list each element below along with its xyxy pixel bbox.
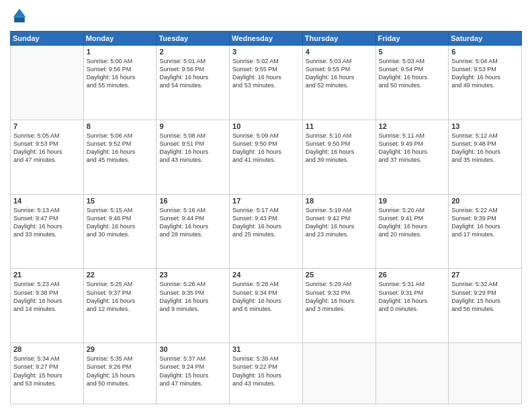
- day-detail: Sunset: 9:50 PM: [232, 140, 277, 147]
- day-detail: Daylight: 16 hours: [232, 148, 281, 155]
- day-number: 8: [87, 122, 154, 130]
- day-detail: Daylight: 16 hours: [232, 223, 281, 230]
- day-detail: and 41 minutes.: [232, 156, 275, 163]
- day-info: Sunrise: 5:03 AMSunset: 9:54 PMDaylight:…: [379, 57, 446, 90]
- day-number: 29: [87, 345, 154, 353]
- day-detail: Sunset: 9:24 PM: [159, 363, 204, 370]
- day-info: Sunrise: 5:10 AMSunset: 9:50 PMDaylight:…: [306, 132, 373, 165]
- calendar-cell: 27Sunrise: 5:32 AMSunset: 9:29 PMDayligh…: [449, 269, 522, 343]
- calendar-cell: 13Sunrise: 5:12 AMSunset: 9:48 PMDayligh…: [449, 120, 522, 194]
- day-detail: and 53 minutes.: [232, 82, 275, 89]
- day-detail: and 52 minutes.: [306, 82, 349, 89]
- page: SundayMondayTuesdayWednesdayThursdayFrid…: [0, 0, 532, 411]
- day-detail: Daylight: 16 hours: [87, 223, 136, 230]
- day-detail: Sunset: 9:54 PM: [379, 66, 424, 73]
- day-number: 18: [306, 197, 373, 205]
- day-number: 14: [13, 197, 81, 205]
- day-number: 10: [232, 122, 300, 130]
- day-detail: Sunset: 9:37 PM: [87, 289, 132, 296]
- day-detail: Sunset: 9:56 PM: [159, 66, 204, 73]
- day-number: 15: [87, 197, 154, 205]
- day-detail: Sunset: 9:48 PM: [451, 140, 496, 147]
- day-number: 3: [232, 48, 300, 56]
- day-detail: and 17 minutes.: [451, 231, 494, 238]
- day-detail: and 33 minutes.: [13, 231, 56, 238]
- day-detail: and 9 minutes.: [159, 306, 199, 312]
- day-detail: Sunset: 9:27 PM: [13, 363, 58, 370]
- calendar-cell: 15Sunrise: 5:15 AMSunset: 9:46 PMDayligh…: [83, 194, 157, 269]
- day-detail: Sunrise: 5:28 AM: [232, 281, 279, 287]
- day-detail: Sunrise: 5:37 AM: [159, 355, 206, 362]
- day-detail: Daylight: 16 hours: [87, 74, 136, 81]
- day-detail: Sunset: 9:38 PM: [13, 289, 58, 296]
- day-number: 26: [379, 271, 446, 279]
- calendar-cell: 9Sunrise: 5:08 AMSunset: 9:51 PMDaylight…: [157, 120, 230, 194]
- day-number: 5: [379, 48, 446, 56]
- weekday-header-monday: Monday: [83, 32, 157, 46]
- day-detail: and 35 minutes.: [451, 156, 494, 163]
- day-detail: Daylight: 16 hours: [87, 298, 136, 304]
- calendar-cell: 18Sunrise: 5:19 AMSunset: 9:42 PMDayligh…: [302, 194, 375, 269]
- calendar-cell: 25Sunrise: 5:29 AMSunset: 9:32 PMDayligh…: [302, 269, 375, 343]
- day-detail: Daylight: 16 hours: [87, 148, 136, 155]
- day-detail: Daylight: 16 hours: [13, 298, 62, 304]
- day-detail: Sunset: 9:53 PM: [451, 66, 496, 73]
- day-detail: and 49 minutes.: [451, 82, 494, 89]
- calendar-cell: 12Sunrise: 5:11 AMSunset: 9:49 PMDayligh…: [375, 120, 449, 194]
- day-detail: and 43 minutes.: [232, 380, 275, 387]
- day-number: 28: [13, 345, 81, 353]
- day-detail: Sunset: 9:55 PM: [306, 66, 351, 73]
- day-number: 4: [306, 48, 373, 56]
- day-detail: and 20 minutes.: [379, 231, 422, 238]
- day-number: 21: [13, 271, 81, 279]
- day-info: Sunrise: 5:34 AMSunset: 9:27 PMDaylight:…: [13, 355, 81, 387]
- day-info: Sunrise: 5:00 AMSunset: 9:56 PMDaylight:…: [87, 57, 154, 90]
- day-detail: and 54 minutes.: [159, 82, 202, 89]
- day-detail: Daylight: 16 hours: [306, 74, 355, 81]
- day-detail: Daylight: 16 hours: [159, 298, 208, 304]
- day-detail: Sunset: 9:53 PM: [13, 140, 58, 147]
- day-info: Sunrise: 5:03 AMSunset: 9:55 PMDaylight:…: [306, 57, 373, 90]
- day-detail: Daylight: 16 hours: [379, 74, 428, 81]
- calendar-cell: 7Sunrise: 5:05 AMSunset: 9:53 PMDaylight…: [11, 120, 84, 194]
- day-number: 19: [379, 197, 446, 205]
- day-detail: Sunrise: 5:01 AM: [159, 58, 206, 64]
- day-detail: Daylight: 16 hours: [306, 223, 355, 230]
- day-detail: Sunset: 9:55 PM: [232, 66, 277, 73]
- calendar-cell: 4Sunrise: 5:03 AMSunset: 9:55 PMDaylight…: [302, 46, 375, 120]
- day-number: 1: [87, 48, 154, 56]
- calendar-cell: 10Sunrise: 5:09 AMSunset: 9:50 PMDayligh…: [230, 120, 303, 194]
- day-info: Sunrise: 5:01 AMSunset: 9:56 PMDaylight:…: [159, 57, 226, 90]
- day-detail: Daylight: 16 hours: [451, 148, 500, 155]
- day-number: 13: [451, 122, 519, 130]
- day-number: 23: [159, 271, 226, 279]
- day-detail: Daylight: 16 hours: [159, 74, 208, 81]
- day-detail: and 45 minutes.: [87, 156, 130, 163]
- day-detail: Daylight: 16 hours: [159, 223, 208, 230]
- calendar-cell: [11, 46, 84, 120]
- day-number: 30: [159, 345, 226, 353]
- calendar-cell: 19Sunrise: 5:20 AMSunset: 9:41 PMDayligh…: [375, 194, 449, 269]
- day-detail: Sunrise: 5:02 AM: [232, 58, 279, 64]
- day-detail: and 53 minutes.: [13, 380, 56, 387]
- day-detail: Sunset: 9:29 PM: [451, 289, 496, 296]
- day-detail: and 30 minutes.: [87, 231, 130, 238]
- day-info: Sunrise: 5:29 AMSunset: 9:32 PMDaylight:…: [306, 280, 373, 313]
- day-info: Sunrise: 5:19 AMSunset: 9:42 PMDaylight:…: [306, 206, 373, 239]
- day-number: 27: [451, 271, 519, 279]
- weekday-header-wednesday: Wednesday: [230, 32, 303, 46]
- day-detail: Sunset: 9:51 PM: [159, 140, 204, 147]
- day-detail: and 55 minutes.: [87, 82, 130, 89]
- day-number: 16: [159, 197, 226, 205]
- calendar-week-3: 14Sunrise: 5:13 AMSunset: 9:47 PMDayligh…: [11, 194, 522, 269]
- day-detail: Sunrise: 5:08 AM: [159, 132, 206, 139]
- day-detail: Sunset: 9:44 PM: [159, 215, 204, 222]
- calendar-cell: 3Sunrise: 5:02 AMSunset: 9:55 PMDaylight…: [230, 46, 303, 120]
- day-info: Sunrise: 5:05 AMSunset: 9:53 PMDaylight:…: [13, 132, 81, 165]
- day-detail: Sunset: 9:49 PM: [379, 140, 424, 147]
- day-detail: Daylight: 16 hours: [379, 148, 428, 155]
- day-detail: and 14 minutes.: [13, 306, 56, 312]
- day-detail: Sunrise: 5:04 AM: [451, 58, 498, 64]
- day-detail: Sunset: 9:52 PM: [87, 140, 132, 147]
- day-info: Sunrise: 5:09 AMSunset: 9:50 PMDaylight:…: [232, 132, 300, 165]
